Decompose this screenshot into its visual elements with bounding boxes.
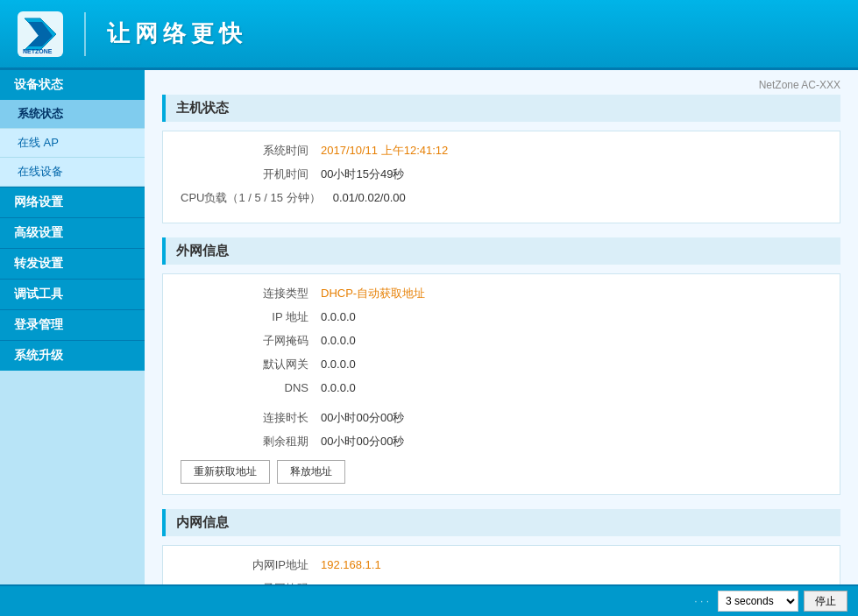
sidebar-group-title-login[interactable]: 登录管理	[0, 309, 145, 340]
ip-value: 0.0.0.0	[321, 308, 356, 327]
lan-subnet-value: 255.255.255.0	[321, 580, 394, 584]
header: NETZONE 让网络更快	[0, 0, 858, 70]
gateway-value: 0.0.0.0	[321, 356, 356, 374]
sidebar: 设备状态 系统状态 在线 AP 在线设备 网络设置 高级设置 转发设置 调试工具…	[0, 70, 145, 584]
ip-row: IP 地址 0.0.0.0	[181, 308, 822, 327]
release-address-button[interactable]: 释放地址	[277, 460, 345, 484]
svg-text:NETZONE: NETZONE	[23, 48, 53, 54]
sidebar-group-title-device[interactable]: 设备状态	[0, 70, 145, 100]
connection-duration-value: 00小时00分00秒	[321, 409, 404, 428]
netzone-logo: NETZONE	[18, 11, 63, 57]
stop-refresh-button[interactable]: 停止	[804, 591, 847, 612]
lan-subnet-row: 子网掩码 255.255.255.0	[181, 580, 822, 584]
footer-dots: · · ·	[694, 595, 709, 607]
subnet-label: 子网掩码	[181, 332, 321, 350]
content-area: NetZone AC-XXX 主机状态 系统时间 2017/10/11 上午12…	[145, 70, 858, 584]
sidebar-item-system-status[interactable]: 系统状态	[0, 100, 145, 129]
cpu-load-value: 0.01/0.02/0.00	[333, 189, 406, 208]
lan-ip-label: 内网IP地址	[181, 556, 321, 575]
dns-row: DNS 0.0.0.0	[181, 379, 822, 398]
cpu-load-row: CPU负载（1 / 5 / 15 分钟） 0.01/0.02/0.00	[181, 189, 822, 208]
sidebar-item-online-devices[interactable]: 在线设备	[0, 158, 145, 187]
logo-area: NETZONE 让网络更快	[18, 11, 247, 57]
renew-address-button[interactable]: 重新获取地址	[181, 460, 270, 484]
cpu-load-label: CPU负载（1 / 5 / 15 分钟）	[181, 189, 333, 208]
connection-type-value: DHCP-自动获取地址	[321, 285, 425, 303]
main-layout: 设备状态 系统状态 在线 AP 在线设备 网络设置 高级设置 转发设置 调试工具…	[0, 70, 858, 584]
connection-type-row: 连接类型 DHCP-自动获取地址	[181, 285, 822, 303]
lease-remaining-row: 剩余租期 00小时00分00秒	[181, 433, 822, 451]
section-title-wan: 外网信息	[162, 237, 840, 265]
uptime-value: 00小时15分49秒	[321, 166, 404, 184]
footer: · · · 3 seconds 5 seconds 10 seconds 30 …	[0, 584, 858, 616]
sidebar-group-device: 设备状态 系统状态 在线 AP 在线设备	[0, 70, 145, 187]
uptime-label: 开机时间	[181, 166, 321, 184]
gateway-label: 默认网关	[181, 356, 321, 374]
connection-duration-row: 连接时长 00小时00分00秒	[181, 409, 822, 428]
dns-label: DNS	[181, 379, 321, 398]
sidebar-group-title-advanced[interactable]: 高级设置	[0, 217, 145, 248]
sidebar-group-title-upgrade[interactable]: 系统升级	[0, 340, 145, 371]
wan-button-row: 重新获取地址 释放地址	[181, 460, 822, 484]
device-model: NetZone AC-XXX	[162, 79, 840, 91]
lease-remaining-label: 剩余租期	[181, 433, 321, 451]
system-time-row: 系统时间 2017/10/11 上午12:41:12	[181, 142, 822, 160]
section-title-lan: 内网信息	[162, 509, 840, 536]
system-time-label: 系统时间	[181, 142, 321, 160]
header-divider	[84, 12, 86, 56]
sidebar-item-online-ap[interactable]: 在线 AP	[0, 129, 145, 158]
wan-info-box: 连接类型 DHCP-自动获取地址 IP 地址 0.0.0.0 子网掩码 0.0.…	[162, 273, 840, 495]
section-title-host: 主机状态	[162, 95, 840, 122]
host-status-box: 系统时间 2017/10/11 上午12:41:12 开机时间 00小时15分4…	[162, 131, 840, 223]
lan-ip-row: 内网IP地址 192.168.1.1	[181, 556, 822, 575]
connection-duration-label: 连接时长	[181, 409, 321, 428]
subnet-row: 子网掩码 0.0.0.0	[181, 332, 822, 350]
refresh-interval-select[interactable]: 3 seconds 5 seconds 10 seconds 30 second…	[718, 591, 798, 612]
lan-ip-value: 192.168.1.1	[321, 556, 381, 575]
connection-type-label: 连接类型	[181, 285, 321, 303]
sidebar-group-title-forward[interactable]: 转发设置	[0, 248, 145, 279]
subnet-value: 0.0.0.0	[321, 332, 356, 350]
sidebar-group-title-debug[interactable]: 调试工具	[0, 279, 145, 309]
system-time-value: 2017/10/11 上午12:41:12	[321, 142, 448, 160]
lan-info-box: 内网IP地址 192.168.1.1 子网掩码 255.255.255.0	[162, 545, 840, 584]
lease-remaining-value: 00小时00分00秒	[321, 433, 404, 451]
uptime-row: 开机时间 00小时15分49秒	[181, 166, 822, 184]
gateway-row: 默认网关 0.0.0.0	[181, 356, 822, 374]
lan-subnet-label: 子网掩码	[181, 580, 321, 584]
sidebar-group-title-network[interactable]: 网络设置	[0, 187, 145, 217]
dns-value: 0.0.0.0	[321, 379, 356, 398]
tagline: 让网络更快	[107, 18, 247, 49]
ip-label: IP 地址	[181, 308, 321, 327]
